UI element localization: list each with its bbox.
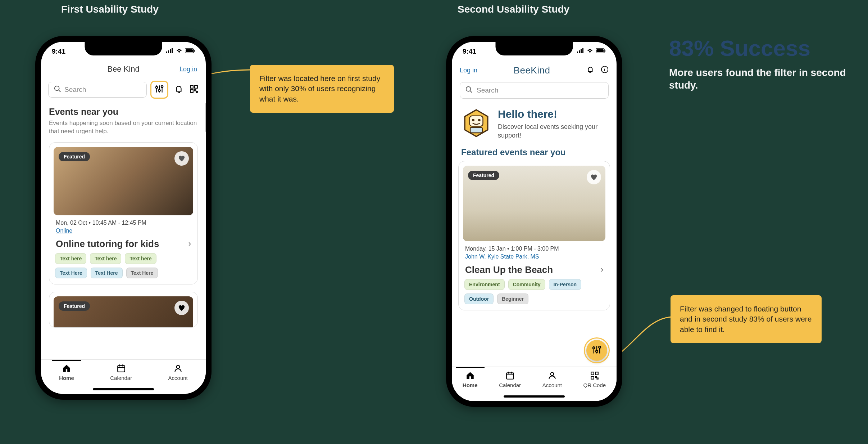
scrollbar[interactable] bbox=[205, 103, 206, 132]
search-icon bbox=[465, 86, 473, 95]
search-placeholder: Search bbox=[64, 86, 86, 94]
event-title: Online tutoring for kids bbox=[56, 238, 159, 250]
svg-point-12 bbox=[158, 90, 160, 91]
nav-home[interactable]: Home bbox=[59, 363, 74, 381]
bell-icon[interactable] bbox=[174, 84, 183, 95]
svg-line-36 bbox=[470, 90, 472, 93]
signal-icon bbox=[577, 48, 584, 55]
event-card[interactable]: Featured Mon, 02 Oct • 10:45 AM - 12:45 … bbox=[49, 142, 198, 284]
nav-calendar[interactable]: Calendar bbox=[499, 371, 521, 388]
chevron-right-icon[interactable]: › bbox=[601, 265, 603, 274]
success-headline: 83% Success bbox=[669, 36, 856, 60]
event-location-link[interactable]: Online bbox=[54, 227, 74, 237]
svg-point-35 bbox=[466, 86, 471, 91]
nav-calendar[interactable]: Calendar bbox=[110, 363, 132, 381]
status-icons bbox=[166, 48, 195, 55]
qr-icon[interactable] bbox=[189, 84, 199, 95]
svg-rect-57 bbox=[597, 378, 598, 379]
event-card-partial[interactable]: Featured bbox=[49, 292, 198, 328]
nav-label: Calendar bbox=[110, 375, 132, 381]
phone-notch bbox=[85, 42, 162, 55]
callout-first-study: Filter was located here on first study w… bbox=[250, 65, 394, 113]
bell-icon[interactable] bbox=[586, 66, 594, 75]
callout-second-study: Filter was changed to floating button an… bbox=[671, 295, 822, 343]
app-header: Log in BeeKind bbox=[452, 61, 617, 79]
favorite-button[interactable] bbox=[174, 301, 189, 315]
tag[interactable]: Environment bbox=[464, 279, 505, 290]
status-time: 9:41 bbox=[463, 48, 476, 55]
tag[interactable]: Text here bbox=[90, 253, 121, 264]
tag[interactable]: Text Here bbox=[126, 268, 158, 278]
brand-text: Bee Kind bbox=[107, 64, 139, 73]
svg-point-10 bbox=[156, 86, 158, 88]
favorite-button[interactable] bbox=[587, 170, 601, 184]
search-input[interactable]: Search bbox=[48, 82, 147, 98]
svg-line-8 bbox=[59, 90, 61, 92]
nav-label: Calendar bbox=[499, 382, 521, 388]
svg-rect-55 bbox=[591, 376, 594, 379]
nav-label: Home bbox=[59, 375, 74, 381]
svg-point-45 bbox=[596, 350, 598, 353]
svg-rect-2 bbox=[170, 49, 171, 53]
bee-mascot-icon bbox=[461, 108, 491, 138]
svg-rect-16 bbox=[195, 85, 197, 88]
nav-label: Account bbox=[542, 382, 562, 388]
event-tags: Text here Text here Text here Text Here … bbox=[54, 253, 193, 280]
home-indicator[interactable] bbox=[504, 395, 565, 398]
featured-section-title: Featured events near you bbox=[452, 143, 617, 161]
nav-account[interactable]: Account bbox=[168, 363, 188, 381]
tag[interactable]: Text here bbox=[125, 253, 156, 264]
svg-rect-1 bbox=[168, 50, 169, 53]
event-location-link[interactable]: John W. Kyle State Park, MS bbox=[463, 253, 541, 263]
svg-point-52 bbox=[550, 372, 554, 376]
svg-point-14 bbox=[161, 86, 163, 88]
brand-logo: Bee Kind bbox=[107, 64, 139, 74]
svg-point-24 bbox=[176, 365, 179, 368]
events-subheading: Events happening soon based on your curr… bbox=[49, 119, 198, 136]
status-time: 9:41 bbox=[52, 48, 65, 55]
signal-icon bbox=[166, 48, 173, 55]
wifi-icon bbox=[586, 48, 594, 55]
app-header: Bee Kind Log in bbox=[41, 61, 206, 77]
event-image: Featured bbox=[54, 296, 193, 328]
tag[interactable]: Text here bbox=[55, 253, 86, 264]
favorite-button[interactable] bbox=[174, 151, 189, 166]
home-icon bbox=[465, 371, 475, 381]
nav-account[interactable]: Account bbox=[542, 371, 562, 388]
home-indicator[interactable] bbox=[93, 388, 154, 390]
phone-notch bbox=[496, 42, 573, 55]
svg-rect-56 bbox=[595, 376, 596, 377]
event-datetime: Mon, 02 Oct • 10:45 AM - 12:45 PM bbox=[54, 215, 193, 227]
svg-rect-25 bbox=[577, 51, 578, 53]
phone-first-study: 9:41 Bee Kind Log in Search bbox=[35, 36, 212, 400]
svg-point-47 bbox=[599, 346, 601, 348]
tag[interactable]: Text Here bbox=[55, 268, 87, 278]
chevron-right-icon[interactable]: › bbox=[188, 239, 191, 248]
tag[interactable]: Outdoor bbox=[464, 293, 494, 304]
login-link[interactable]: Log in bbox=[460, 67, 477, 74]
sliders-icon bbox=[592, 345, 602, 356]
filter-button-highlighted[interactable] bbox=[150, 81, 168, 99]
svg-rect-19 bbox=[196, 91, 197, 93]
svg-rect-30 bbox=[596, 49, 604, 52]
search-input[interactable]: Search bbox=[460, 82, 609, 99]
tag[interactable]: Text Here bbox=[91, 268, 123, 278]
events-heading: Events near you bbox=[49, 107, 198, 117]
svg-rect-3 bbox=[172, 48, 173, 53]
tag[interactable]: Beginner bbox=[497, 293, 528, 304]
nav-qr[interactable]: QR Code bbox=[583, 371, 606, 388]
nav-label: Account bbox=[168, 375, 188, 381]
login-link[interactable]: Log in bbox=[179, 66, 197, 73]
home-icon bbox=[62, 363, 72, 373]
success-subtext: More users found the filter in second st… bbox=[669, 66, 856, 91]
calendar-icon bbox=[505, 371, 515, 381]
info-icon[interactable] bbox=[601, 66, 609, 75]
search-toolbar: Search bbox=[41, 77, 206, 102]
tag[interactable]: In-Person bbox=[549, 279, 582, 290]
floating-filter-button[interactable] bbox=[586, 340, 607, 361]
tag[interactable]: Community bbox=[508, 279, 545, 290]
nav-home[interactable]: Home bbox=[463, 371, 478, 388]
search-icon bbox=[54, 85, 62, 95]
event-card[interactable]: Featured Monday, 15 Jan • 1:00 PM - 3:00… bbox=[458, 161, 610, 310]
hello-banner: Hello there! Discover local events seeki… bbox=[452, 99, 617, 143]
